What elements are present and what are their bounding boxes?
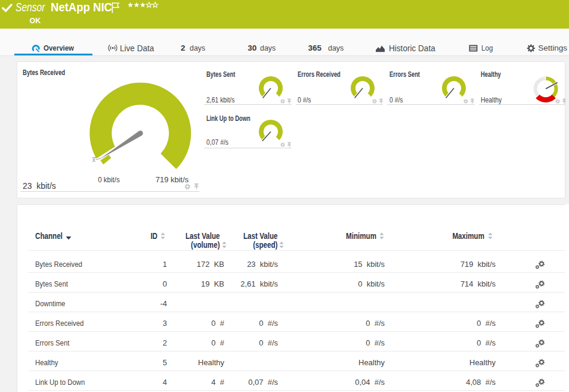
svg-text:x: x xyxy=(92,156,96,163)
